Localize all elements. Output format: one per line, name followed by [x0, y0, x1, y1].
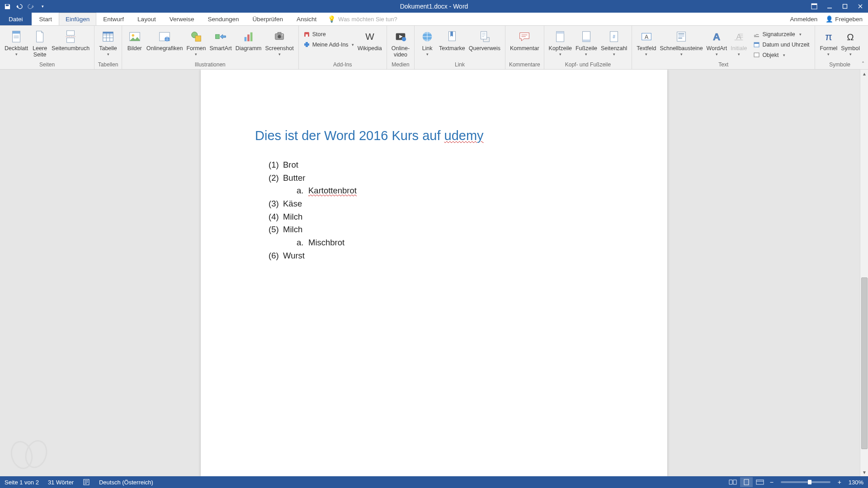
leere-seite-button[interactable]: Leere Seite — [30, 28, 50, 58]
store-label: Store — [312, 31, 326, 38]
zoom-slider[interactable] — [781, 481, 830, 483]
kopfzeile-label: Kopfzeile — [549, 45, 572, 52]
sublist-item[interactable]: a.Mischbrot — [255, 236, 613, 249]
qat-customize-button[interactable]: ▾ — [37, 1, 48, 11]
list-item[interactable]: (2)Butter — [255, 172, 613, 185]
zoom-out-button[interactable]: − — [767, 478, 776, 487]
word-count[interactable]: 31 Wörter — [48, 479, 74, 486]
list-item[interactable]: (1)Brot — [255, 159, 613, 172]
tell-me-search[interactable]: 💡 Was möchten Sie tun? — [328, 13, 397, 25]
symbol-label: Symbol — [841, 45, 860, 52]
document-list[interactable]: (1)Brot(2)Buttera.Kartottenbrot(3)Käse(4… — [255, 159, 613, 262]
tab-sendungen[interactable]: Sendungen — [201, 13, 245, 25]
close-button[interactable] — [853, 0, 868, 13]
objekt-button[interactable]: Objekt ▾ — [751, 51, 812, 59]
online-video-icon — [393, 29, 408, 44]
collapse-ribbon-button[interactable]: ˄ — [862, 61, 864, 67]
tab-ueberpruefen[interactable]: Überprüfen — [246, 13, 290, 25]
page-indicator[interactable]: Seite 1 von 2 — [5, 479, 39, 486]
wordart-button[interactable]: A WordArt▾ — [705, 28, 729, 57]
tab-datei[interactable]: Datei — [0, 13, 32, 25]
minimize-button[interactable] — [822, 0, 837, 13]
group-seiten: Deckblatt▾ Leere Seite Seitenumbruch Sei… — [0, 26, 94, 69]
meine-addins-label: Meine Add-Ins — [312, 42, 349, 48]
document-heading[interactable]: Dies ist der Word 2016 Kurs auf udemy — [255, 128, 613, 143]
kommentar-button[interactable]: Kommentar — [508, 28, 541, 52]
group-tabellen: Tabelle▾ Tabellen — [94, 26, 122, 69]
wikipedia-button[interactable]: W Wikipedia — [356, 28, 384, 52]
zoom-slider-thumb[interactable] — [808, 480, 811, 484]
tab-start[interactable]: Start — [33, 13, 59, 25]
page-break-icon — [63, 29, 78, 44]
ribbon-display-options-button[interactable] — [807, 0, 822, 13]
schnellbausteine-button[interactable]: Schnellbausteine▾ — [658, 28, 704, 57]
diagramm-button[interactable]: Diagramm — [234, 28, 264, 52]
sublist-label: a. — [297, 184, 308, 197]
formen-button[interactable]: Formen▾ — [184, 28, 208, 57]
maximize-button[interactable] — [837, 0, 853, 13]
seitenzahl-button[interactable]: # Seitenzahl▾ — [599, 28, 629, 57]
list-item[interactable]: (3)Käse — [255, 197, 613, 211]
online-pictures-icon — [157, 29, 172, 44]
svg-point-24 — [282, 34, 283, 35]
kopfzeile-button[interactable]: Kopfzeile▾ — [547, 28, 574, 57]
undo-button[interactable] — [14, 1, 24, 11]
zoom-percentage[interactable]: 130% — [849, 479, 863, 486]
print-layout-button[interactable] — [740, 477, 753, 487]
screenshot-label: Screenshot — [265, 45, 293, 52]
textmarke-button[interactable]: Textmarke — [437, 28, 467, 52]
read-mode-button[interactable] — [726, 477, 739, 487]
svg-text:π: π — [825, 31, 832, 42]
tab-ansicht[interactable]: Ansicht — [290, 13, 323, 25]
svg-rect-1 — [811, 4, 817, 5]
web-layout-button[interactable] — [754, 477, 766, 487]
tab-einfuegen[interactable]: Einfügen — [59, 13, 96, 25]
tab-entwurf[interactable]: Entwurf — [96, 13, 131, 25]
onlinevideo-button[interactable]: Online- video — [390, 28, 411, 58]
document-page[interactable]: Dies ist der Word 2016 Kurs auf udemy (1… — [201, 70, 667, 476]
svg-rect-21 — [250, 33, 252, 42]
redo-button[interactable] — [25, 1, 36, 11]
textfeld-button[interactable]: A Textfeld▾ — [635, 28, 658, 57]
store-button[interactable]: Store — [302, 30, 356, 38]
share-button[interactable]: 👤Freigeben — [826, 15, 863, 23]
initiale-button[interactable]: A Initiale▾ — [729, 28, 749, 57]
svg-text:A: A — [645, 34, 649, 40]
datum-uhrzeit-button[interactable]: Datum und Uhrzeit — [751, 41, 812, 48]
onlinevideo-label: Online- video — [392, 45, 410, 58]
screenshot-button[interactable]: Screenshot▾ — [263, 28, 295, 57]
bilder-label: Bilder — [127, 45, 142, 52]
zoom-in-button[interactable]: + — [835, 478, 844, 487]
deckblatt-button[interactable]: Deckblatt▾ — [3, 28, 30, 57]
symbol-button[interactable]: Ω Symbol▾ — [839, 28, 862, 57]
meine-addins-button[interactable]: Meine Add-Ins ▾ — [302, 41, 356, 48]
bilder-button[interactable]: Bilder — [125, 28, 145, 52]
list-item[interactable]: (6)Wurst — [255, 249, 613, 263]
tab-layout[interactable]: Layout — [131, 13, 163, 25]
list-item[interactable]: (5)Milch — [255, 223, 613, 236]
sign-in-link[interactable]: Anmelden — [790, 16, 817, 23]
vertical-scrollbar[interactable]: ▲ ▼ — [860, 70, 868, 476]
link-button[interactable]: Link▾ — [417, 28, 437, 57]
link-label: Link — [422, 45, 433, 52]
fusszeile-button[interactable]: Fußzeile▾ — [574, 28, 599, 57]
language-indicator[interactable]: Deutsch (Österreich) — [99, 479, 153, 486]
ribbon: Deckblatt▾ Leere Seite Seitenumbruch Sei… — [0, 26, 868, 70]
tabelle-button[interactable]: Tabelle▾ — [97, 28, 119, 57]
svg-rect-9 — [67, 38, 75, 42]
sublist-item[interactable]: a.Kartottenbrot — [255, 184, 613, 197]
tab-verweise[interactable]: Verweise — [163, 13, 201, 25]
scroll-thumb[interactable] — [861, 277, 868, 449]
smartart-button[interactable]: SmartArt — [208, 28, 234, 52]
scroll-down-button[interactable]: ▼ — [860, 468, 868, 476]
onlinegrafiken-button[interactable]: Onlinegrafiken — [145, 28, 185, 52]
formel-button[interactable]: π Formel▾ — [818, 28, 839, 57]
querverweis-button[interactable]: Querverweis — [467, 28, 502, 52]
proofing-button[interactable] — [83, 479, 90, 486]
list-number: (6) — [269, 249, 283, 263]
signaturzeile-button[interactable]: Signaturzeile ▾ — [751, 30, 812, 38]
scroll-up-button[interactable]: ▲ — [860, 70, 868, 78]
list-item[interactable]: (4)Milch — [255, 211, 613, 224]
seitenumbruch-button[interactable]: Seitenumbruch — [50, 28, 91, 52]
save-icon[interactable] — [2, 1, 13, 11]
